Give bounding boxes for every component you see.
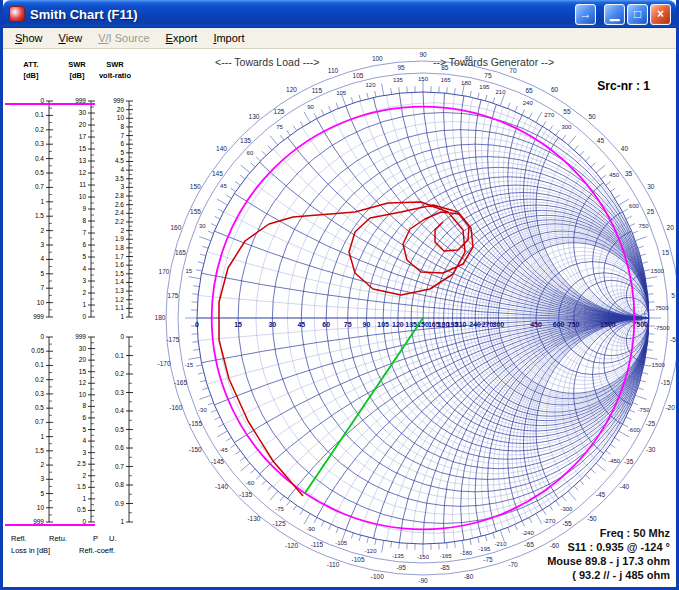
svg-text:75: 75 <box>344 321 352 328</box>
svg-text:-90: -90 <box>306 526 315 532</box>
svg-text:105: 105 <box>336 90 347 96</box>
svg-text:2.2: 2.2 <box>115 218 124 225</box>
svg-text:-175: -175 <box>166 336 179 343</box>
svg-text:-45: -45 <box>219 447 228 453</box>
svg-text:0.5: 0.5 <box>77 506 86 513</box>
svg-text:-125: -125 <box>273 520 286 527</box>
svg-text:-5: -5 <box>670 336 676 343</box>
svg-text:135: 135 <box>240 137 251 144</box>
svg-text:0.5: 0.5 <box>35 404 44 411</box>
svg-text:-195: -195 <box>478 546 491 552</box>
svg-text:Loss in [dB]: Loss in [dB] <box>11 546 50 555</box>
svg-text:40: 40 <box>621 145 629 152</box>
svg-text:165: 165 <box>441 77 452 83</box>
svg-text:0.9: 0.9 <box>115 500 124 507</box>
svg-text:0.2: 0.2 <box>115 370 124 377</box>
svg-text:2: 2 <box>82 289 86 296</box>
svg-text:-95: -95 <box>396 564 406 571</box>
close-icon[interactable]: × <box>650 4 671 25</box>
towards-generator-label: --> Towards Generator --> <box>433 56 554 68</box>
mouse-parallel-readout: ( 93.2 // - j 485 ohm <box>547 568 670 582</box>
svg-text:20: 20 <box>79 121 87 128</box>
svg-text:0.05: 0.05 <box>31 347 44 354</box>
svg-text:-180: -180 <box>460 550 473 556</box>
svg-text:1: 1 <box>40 198 44 205</box>
svg-text:65: 65 <box>525 87 533 94</box>
svg-text:Refl.-coeff.: Refl.-coeff. <box>79 546 115 555</box>
svg-text:-100: -100 <box>371 573 384 580</box>
svg-text:-115: -115 <box>311 541 324 548</box>
svg-text:600: 600 <box>553 321 565 328</box>
svg-text:1: 1 <box>82 301 86 308</box>
svg-text:0.3: 0.3 <box>35 390 44 397</box>
svg-text:Retu.: Retu. <box>49 534 67 543</box>
svg-text:60: 60 <box>551 86 559 93</box>
svg-text:ATT.: ATT. <box>23 60 38 69</box>
svg-text:-150: -150 <box>417 554 430 560</box>
svg-text:75: 75 <box>484 72 492 79</box>
menu-show[interactable]: Show <box>7 29 51 47</box>
svg-text:210: 210 <box>455 321 467 328</box>
svg-text:750: 750 <box>639 223 650 229</box>
detach-icon[interactable]: → <box>575 4 596 25</box>
svg-text:15: 15 <box>662 249 670 256</box>
smith-chart[interactable]: 15-1530-3045-4560-6075-7590-90105-105120… <box>153 49 676 587</box>
svg-text:-30: -30 <box>198 407 207 413</box>
svg-text:-25: -25 <box>646 420 656 427</box>
svg-text:999: 999 <box>113 97 124 104</box>
svg-text:180: 180 <box>461 80 472 86</box>
menu-view[interactable]: View <box>51 29 91 47</box>
minimize-icon[interactable]: ▁ <box>604 4 625 25</box>
svg-text:165: 165 <box>175 249 186 256</box>
svg-text:-45: -45 <box>596 491 606 498</box>
svg-text:10: 10 <box>37 504 45 511</box>
svg-text:-750: -750 <box>638 407 651 413</box>
svg-text:10: 10 <box>79 193 87 200</box>
svg-text:12: 12 <box>79 379 87 386</box>
svg-text:-130: -130 <box>247 515 260 522</box>
svg-text:30: 30 <box>199 223 206 229</box>
menu-export[interactable]: Export <box>158 29 206 47</box>
svg-text:0: 0 <box>120 333 124 340</box>
svg-text:4: 4 <box>120 166 124 173</box>
svg-text:-15: -15 <box>184 362 193 368</box>
status-readout: Freq : 50 Mhz S11 : 0.935 @ -124 ° Mouse… <box>547 526 670 582</box>
svg-text:-120: -120 <box>365 548 378 554</box>
svg-text:120: 120 <box>366 82 377 88</box>
svg-text:0.3: 0.3 <box>35 140 44 147</box>
svg-text:0: 0 <box>82 313 86 320</box>
svg-text:-155: -155 <box>189 420 202 427</box>
radial-scales: ATT.[dB]00.10.20.30.40.50.711.5234571099… <box>3 49 153 587</box>
svg-text:1.2: 1.2 <box>115 296 124 303</box>
svg-text:45: 45 <box>297 321 305 328</box>
svg-text:135: 135 <box>405 321 417 328</box>
svg-text:160: 160 <box>170 224 181 231</box>
svg-text:25: 25 <box>647 208 655 215</box>
svg-text:95: 95 <box>398 64 406 71</box>
svg-text:1.7: 1.7 <box>115 253 124 260</box>
svg-text:-240: -240 <box>522 530 535 536</box>
svg-text:15: 15 <box>79 145 87 152</box>
source-number-label: Src-nr : 1 <box>597 79 650 93</box>
svg-text:60: 60 <box>247 150 254 156</box>
chart-area: ATT.[dB]00.10.20.30.40.50.711.5234571099… <box>3 49 676 587</box>
svg-text:-105: -105 <box>352 556 365 563</box>
svg-text:13: 13 <box>79 157 87 164</box>
svg-text:5: 5 <box>82 426 86 433</box>
svg-text:145: 145 <box>212 170 223 177</box>
menu-import[interactable]: Import <box>205 29 252 47</box>
svg-text:0.1: 0.1 <box>35 361 44 368</box>
title-bar[interactable]: Smith Chart (F11) → ▁ □ × <box>3 0 676 28</box>
maximize-icon[interactable]: □ <box>627 4 648 25</box>
svg-text:50: 50 <box>588 113 596 120</box>
svg-text:45: 45 <box>220 183 227 189</box>
svg-text:2.5: 2.5 <box>77 460 86 467</box>
svg-text:1.5: 1.5 <box>35 212 44 219</box>
svg-text:1.1: 1.1 <box>115 304 124 311</box>
svg-text:0.6: 0.6 <box>115 444 124 451</box>
svg-text:12: 12 <box>79 169 87 176</box>
svg-text:0.2: 0.2 <box>35 126 44 133</box>
svg-text:100: 100 <box>372 55 383 62</box>
svg-text:-165: -165 <box>174 379 187 386</box>
svg-text:SWR: SWR <box>68 60 86 69</box>
